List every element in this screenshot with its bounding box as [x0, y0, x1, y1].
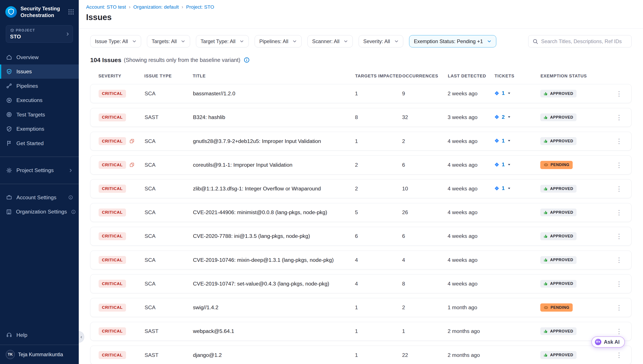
filter-issue-type[interactable]: Issue Type: All [90, 35, 141, 48]
filter-label: Target Type: All [200, 38, 235, 44]
table-row[interactable]: CRITICAL SAST B324: hashlib 8 32 3 weeks… [90, 108, 631, 127]
info-icon[interactable] [244, 57, 250, 63]
issue-title[interactable]: bassmaster//1.2.0 [193, 90, 355, 96]
table-row[interactable]: CRITICAL SCA CVE-2019-10746: mixin-deep@… [90, 250, 631, 269]
ticket-count: 1 [502, 90, 505, 96]
exemption-status-badge: APPROVED [540, 232, 576, 240]
row-menu-button[interactable]: ⋮ [615, 184, 623, 194]
row-menu-button[interactable]: ⋮ [615, 112, 623, 122]
issue-title[interactable]: gnutls28@3.7.9-2+deb12u5: Improper Input… [193, 138, 355, 144]
row-menu-button[interactable]: ⋮ [615, 208, 623, 217]
breadcrumb-account-link[interactable]: Account: STO test [86, 4, 126, 10]
ticket-link[interactable]: 1 [494, 90, 511, 96]
user-profile[interactable]: TK Teja Kummarikuntla [0, 348, 79, 360]
ticket-link[interactable]: 1 [494, 162, 511, 168]
ticket-link[interactable]: 1 [494, 185, 511, 191]
sidebar-item-executions[interactable]: Executions [0, 93, 79, 108]
sidebar-item-organization-settings[interactable]: Organization Settings [0, 205, 79, 219]
table-row[interactable]: CRITICAL SCA zlib@1:1.2.13.dfsg-1: Integ… [90, 179, 631, 198]
sidebar-item-pipelines[interactable]: Pipelines [0, 79, 79, 93]
sto-shield-logo-icon[interactable] [5, 6, 17, 18]
filter-scanner[interactable]: Scanner: All [307, 35, 353, 48]
filter-label: Targets: All [152, 38, 177, 44]
project-selector-label: PROJECT [16, 28, 35, 32]
gear-icon [6, 167, 12, 174]
filter-severity[interactable]: Severity: All [359, 35, 403, 48]
breadcrumb-project-link[interactable]: Project: STO [186, 4, 214, 10]
issue-title[interactable]: CVE-2020-7788: ini@1.3.5 (lang-pkgs, nod… [193, 233, 355, 239]
last-detected: 1 month ago [447, 304, 494, 310]
project-selector[interactable]: PROJECT STO [6, 25, 73, 43]
table-row[interactable]: CRITICAL SCA bassmaster//1.2.0 1 9 2 wee… [90, 84, 631, 103]
sidebar-item-label: Get Started [17, 140, 44, 146]
filter-pipelines[interactable]: Pipelines: All [255, 35, 302, 48]
table-header-row: SEVERITY ISSUE TYPE TITLE TARGETS IMPACT… [90, 74, 631, 78]
issue-title[interactable]: swig//1.4.2 [193, 304, 355, 310]
table-row[interactable]: CRITICAL SCA CVE-2019-10747: set-value@0… [90, 274, 631, 293]
table-row[interactable]: CRITICAL SCA CVE-2020-7788: ini@1.3.5 (l… [90, 227, 631, 246]
exemption-status-badge: APPROVED [540, 256, 576, 264]
sidebar-footer: Help TK Teja Kummarikuntla [0, 328, 79, 360]
col-targets-impacted: TARGETS IMPACTED [355, 74, 402, 78]
row-menu-button[interactable]: ⋮ [615, 350, 623, 360]
row-menu-button[interactable]: ⋮ [615, 136, 623, 146]
severity-badge: CRITICAL [99, 114, 126, 122]
sidebar-item-project-settings[interactable]: Project Settings [0, 163, 79, 178]
project-name: STO [10, 34, 64, 40]
row-menu-button[interactable]: ⋮ [615, 160, 623, 170]
breadcrumb-org-link[interactable]: Organization: default [133, 4, 179, 10]
issues-summary: 104 Issues (Showing results only from th… [90, 56, 631, 64]
sidebar-item-issues[interactable]: Issues [0, 64, 79, 79]
sidebar-item-label: Pipelines [17, 83, 38, 89]
chevron-right-icon [65, 30, 70, 38]
issue-title[interactable]: coreutils@9.1-1: Improper Input Validati… [193, 162, 355, 168]
sidebar-item-test-targets[interactable]: Test Targets [0, 108, 79, 122]
sidebar-item-overview[interactable]: Overview [0, 50, 79, 64]
layers-icon [129, 162, 135, 168]
issue-title[interactable]: CVE-2019-10746: mixin-deep@1.3.1 (lang-p… [193, 257, 355, 263]
row-menu-button[interactable]: ⋮ [615, 302, 623, 312]
jira-ticket-icon [494, 114, 499, 120]
occurrences: 26 [402, 210, 447, 216]
last-detected: 2 months ago [447, 352, 494, 358]
issue-title[interactable]: django@1.2 [193, 352, 355, 358]
issue-title[interactable]: webpack@5.64.1 [193, 328, 355, 334]
col-issue-type: ISSUE TYPE [144, 74, 193, 78]
issue-title[interactable]: CVE-2021-44906: minimist@0.0.8 (lang-pkg… [193, 210, 355, 216]
row-menu-button[interactable]: ⋮ [615, 279, 623, 289]
ticket-link[interactable]: 1 [494, 138, 511, 144]
filter-target-type[interactable]: Target Type: All [196, 35, 249, 48]
ticket-link[interactable]: 2 [494, 114, 511, 120]
table-row[interactable]: CRITICAL SCA swig//1.4.2 1 2 1 month ago [90, 298, 631, 317]
ask-ai-button[interactable]: Ask AI [591, 336, 625, 348]
search-input[interactable] [541, 38, 627, 44]
targets-impacted: 5 [355, 210, 402, 216]
issue-type: SAST [145, 114, 193, 120]
table-row[interactable]: CRITICAL SAST webpack@5.64.1 1 1 2 month… [90, 322, 631, 341]
issue-title[interactable]: CVE-2019-10747: set-value@0.4.3 (lang-pk… [193, 281, 355, 287]
issue-type: SAST [145, 328, 193, 334]
table-row[interactable]: CRITICAL SAST django@1.2 1 22 2 months a… [90, 346, 631, 364]
jira-ticket-icon [494, 162, 499, 167]
row-menu-button[interactable]: ⋮ [615, 232, 623, 241]
table-row[interactable]: CRITICAL SCA gnutls28@3.7.9-2+deb12u5: I… [90, 132, 631, 150]
row-menu-button[interactable]: ⋮ [615, 89, 623, 98]
sidebar-item-account-settings[interactable]: Account Settings [0, 190, 79, 205]
filter-targets[interactable]: Targets: All [147, 35, 190, 48]
row-menu-button[interactable]: ⋮ [615, 326, 623, 336]
breadcrumb-separator: › [182, 4, 183, 10]
ticket-count: 1 [502, 138, 505, 144]
status-label: APPROVED [550, 92, 573, 96]
help-button[interactable]: Help [0, 328, 79, 342]
table-row[interactable]: CRITICAL SCA CVE-2021-44906: minimist@0.… [90, 203, 631, 222]
sidebar-item-exemptions[interactable]: Exemptions [0, 122, 79, 136]
issue-title[interactable]: B324: hashlib [193, 114, 355, 120]
module-grid-icon[interactable] [68, 9, 74, 15]
exemption-status-badge: APPROVED [540, 280, 576, 288]
filter-exemption-status[interactable]: Exemption Status: Pending +1 [409, 35, 496, 48]
issue-title[interactable]: zlib@1:1.2.13.dfsg-1: Integer Overflow o… [193, 186, 355, 192]
sidebar-item-get-started[interactable]: Get Started [0, 136, 79, 150]
row-menu-button[interactable]: ⋮ [615, 255, 623, 265]
table-row[interactable]: CRITICAL SCA coreutils@9.1-1: Improper I… [90, 156, 631, 174]
occurrences: 2 [402, 138, 447, 144]
